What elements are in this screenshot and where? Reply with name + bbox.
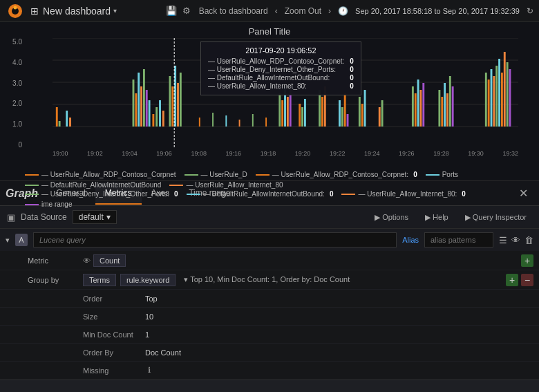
- add-metric-btn[interactable]: +: [521, 254, 533, 267]
- options-btn[interactable]: ▶ Options: [369, 211, 414, 224]
- group-by-terms[interactable]: Terms: [83, 274, 116, 286]
- missing-row: Missing ℹ: [0, 362, 539, 380]
- svg-rect-72: [504, 52, 506, 127]
- query-inspector-btn[interactable]: ▶ Query Inspector: [460, 211, 532, 224]
- group-by-label: Group by: [28, 276, 83, 284]
- svg-point-2: [14, 6, 17, 9]
- order-by-label: Order By: [83, 348, 145, 357]
- metric-label: Metric: [28, 256, 83, 265]
- legend-label: — DefaultRule_AllowInternetOutBound:: [203, 190, 325, 198]
- x-axis: 19:00 19:02 19:04 19:06 19:08 19:16 19:1…: [53, 149, 518, 158]
- svg-rect-35: [281, 100, 283, 127]
- arrow-left[interactable]: ‹: [275, 6, 278, 16]
- legend-item[interactable]: — UserRule_Allow_RDP_Contoso_Corpnet: [25, 171, 176, 178]
- query-row-a: ▾ A Alias ☰ 👁 🗑 Metric 👁: [0, 229, 539, 380]
- help-btn[interactable]: ▶ Help: [419, 211, 454, 224]
- arrow-right[interactable]: ›: [328, 6, 331, 16]
- legend-color: [25, 185, 39, 186]
- svg-rect-65: [485, 73, 487, 127]
- x-label: 19:16: [226, 150, 242, 157]
- legend-item[interactable]: Ports: [426, 171, 458, 178]
- legend-label: — UserRule_D: [201, 171, 247, 178]
- chart-legend: — UserRule_Allow_RDP_Contoso_Corpnet — U…: [0, 169, 539, 190]
- legend-item[interactable]: — DefaultRule_AllowInternetOutBound: [25, 181, 161, 189]
- y-axis: 0 1.0 2.0 3.0 4.0 5.0: [0, 38, 25, 149]
- legend-label: ime range: [41, 200, 72, 208]
- svg-rect-47: [344, 93, 346, 127]
- collapse-btn[interactable]: ▾: [6, 236, 10, 245]
- svg-rect-25: [174, 66, 176, 127]
- eye-icon[interactable]: 👁: [511, 235, 520, 245]
- svg-rect-69: [495, 66, 498, 127]
- svg-rect-41: [304, 99, 306, 127]
- save-icon[interactable]: 💾: [166, 6, 177, 16]
- legend-item[interactable]: — UserRule_Deny_Internet_Other_Ports: 0: [25, 190, 178, 198]
- svg-rect-57: [419, 90, 422, 127]
- svg-rect-37: [287, 97, 289, 127]
- add-group-by-btn[interactable]: +: [506, 274, 518, 286]
- x-label: 19:28: [433, 150, 449, 157]
- legend-item[interactable]: — UserRule_Allow_RDP_Contoso_Corpnet: 0: [256, 171, 417, 178]
- legend-color: [25, 174, 39, 176]
- svg-rect-64: [452, 86, 454, 127]
- refresh-btn[interactable]: ↻: [527, 6, 533, 16]
- x-label: 19:02: [87, 150, 103, 157]
- datasource-select[interactable]: default ▾: [73, 210, 117, 224]
- legend-item[interactable]: — DefaultRule_AllowInternetOutBound: 0: [187, 190, 334, 198]
- chart-title: Panel Title: [0, 22, 539, 38]
- datasource-label: Data Source: [21, 212, 67, 222]
- legend-item[interactable]: ime range: [25, 200, 72, 208]
- x-label: 19:32: [502, 150, 518, 157]
- svg-rect-54: [412, 86, 414, 127]
- svg-rect-45: [339, 100, 341, 127]
- svg-rect-48: [347, 114, 349, 127]
- svg-rect-14: [138, 73, 140, 127]
- zoom-out-btn[interactable]: Zoom Out: [285, 6, 321, 16]
- back-to-dashboard[interactable]: Back to dashboard: [199, 6, 268, 16]
- alias-label[interactable]: Alias: [402, 236, 419, 244]
- svg-rect-15: [140, 86, 142, 127]
- svg-rect-11: [69, 118, 71, 127]
- metric-eye[interactable]: 👁: [83, 256, 91, 265]
- svg-rect-52: [379, 107, 381, 127]
- legend-color: [256, 174, 270, 176]
- grafana-logo: [8, 3, 23, 19]
- legend-item[interactable]: — UserRule_Allow_Internet_80: [169, 181, 283, 189]
- query-input[interactable]: [33, 232, 397, 248]
- metric-value[interactable]: Count: [93, 254, 126, 267]
- svg-rect-67: [491, 69, 493, 127]
- y-label-2: 2.0: [3, 100, 22, 107]
- tooltip-row: — UserRule_Allow_RDP_Contoso_Corpnet: 0: [208, 57, 354, 65]
- legend-item[interactable]: — UserRule_Allow_Internet_80: 0: [341, 190, 465, 198]
- legend-color: [187, 194, 200, 195]
- remove-group-by-btn[interactable]: −: [521, 274, 533, 286]
- svg-rect-12: [133, 80, 135, 127]
- svg-rect-59: [438, 90, 440, 127]
- chart-tooltip: 2017-09-20 19:06:52 — UserRule_Allow_RDP…: [200, 41, 361, 95]
- dashboard-title: ⊞ New dashboard ▾: [30, 6, 117, 17]
- alias-input[interactable]: [424, 232, 493, 248]
- svg-rect-33: [265, 118, 267, 127]
- svg-rect-66: [488, 80, 490, 127]
- svg-rect-31: [239, 120, 240, 127]
- settings-icon[interactable]: ⚙: [182, 6, 191, 16]
- svg-rect-46: [341, 107, 343, 127]
- info-icon[interactable]: ℹ: [148, 366, 151, 375]
- hamburger-icon[interactable]: ☰: [499, 235, 507, 245]
- clock-icon: 🕐: [338, 6, 348, 16]
- tooltip-date: 2017-09-20 19:06:52: [208, 46, 354, 55]
- legend-color: [25, 204, 39, 205]
- legend-color: [426, 174, 439, 176]
- title-caret[interactable]: ▾: [113, 7, 117, 15]
- group-by-field[interactable]: rule.keyword: [120, 274, 176, 286]
- x-label: 19:00: [53, 150, 68, 157]
- datasource-icon: ▣: [7, 212, 15, 223]
- svg-rect-60: [441, 97, 443, 127]
- size-row: Size 10: [0, 308, 539, 326]
- svg-rect-10: [66, 111, 68, 127]
- svg-rect-27: [180, 73, 182, 127]
- legend-item[interactable]: — UserRule_D: [185, 171, 247, 178]
- delete-query-btn[interactable]: 🗑: [524, 235, 533, 245]
- x-label: 19:26: [399, 150, 415, 157]
- svg-rect-55: [415, 93, 417, 127]
